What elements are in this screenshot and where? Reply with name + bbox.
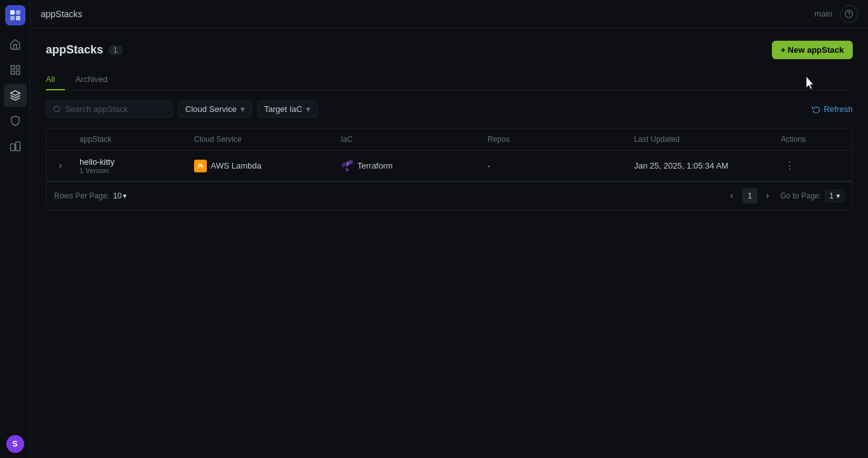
table-header: appStack Cloud Service IaC Repos Last Up…	[46, 128, 852, 151]
tab-bar: All Archived	[46, 69, 853, 90]
current-page: 1	[742, 188, 757, 204]
goto-page: Go to Page: 1 ▾	[780, 190, 844, 202]
sidebar-item-appstacks[interactable]	[4, 84, 27, 107]
row-expand-cell	[54, 160, 80, 172]
refresh-button[interactable]: Refresh	[812, 104, 853, 114]
chevron-down-icon-goto: ▾	[836, 191, 840, 200]
appstacks-table: appStack Cloud Service IaC Repos Last Up…	[46, 128, 853, 211]
pagination: Rows Per Page: 10 ▾ 1	[46, 181, 852, 210]
row-last-updated-cell: Jan 25, 2025, 1:05:34 AM	[634, 161, 781, 170]
rows-per-page-select[interactable]: 10 ▾	[113, 191, 127, 200]
sidebar-item-home[interactable]	[4, 33, 27, 56]
help-button[interactable]	[840, 5, 858, 23]
stack-name: hello-kitty	[80, 157, 194, 167]
prev-page-button[interactable]	[724, 188, 739, 204]
svg-point-13	[54, 106, 60, 112]
svg-rect-7	[16, 71, 19, 74]
rows-per-page-label: Rows Per Page:	[54, 191, 109, 200]
iac-name: Terraform	[358, 161, 393, 170]
col-repos: Repos	[487, 135, 634, 144]
svg-rect-10	[15, 142, 20, 151]
svg-rect-6	[11, 71, 14, 74]
chevron-down-icon: ▾	[241, 104, 245, 114]
col-cloud-service: Cloud Service	[194, 135, 341, 144]
target-iac-filter[interactable]: Target IaC ▾	[257, 101, 318, 118]
tab-all[interactable]: All	[46, 69, 65, 90]
col-iac: IaC	[341, 135, 488, 144]
new-appstack-button[interactable]: + New appStack	[772, 41, 853, 59]
svg-marker-18	[342, 162, 345, 168]
goto-page-label: Go to Page:	[780, 191, 821, 200]
topbar-title: appStacks	[41, 9, 807, 19]
svg-rect-1	[16, 10, 20, 15]
search-input[interactable]	[65, 104, 166, 114]
goto-page-select[interactable]: 1 ▾	[825, 190, 844, 202]
svg-marker-19	[346, 167, 349, 172]
row-actions-cell: ⋮	[781, 158, 844, 173]
toolbar: Cloud Service ▾ Target IaC ▾ Refresh	[46, 101, 853, 118]
row-actions-button[interactable]: ⋮	[781, 158, 799, 173]
svg-rect-0	[10, 10, 15, 15]
svg-rect-2	[10, 16, 15, 20]
cloud-service-filter-label: Cloud Service	[185, 104, 237, 114]
page-title: appStacks	[46, 43, 103, 57]
aws-lambda-icon	[194, 160, 207, 172]
expand-button[interactable]	[54, 160, 67, 172]
terraform-icon	[341, 160, 354, 172]
rows-per-page: Rows Per Page: 10 ▾	[54, 191, 127, 200]
next-page-button[interactable]	[760, 188, 775, 204]
svg-line-14	[59, 111, 60, 112]
cloud-service-name: AWS Lambda	[211, 161, 262, 170]
svg-marker-16	[346, 160, 349, 167]
row-iac-cell: Terraform	[341, 160, 488, 172]
sidebar: S	[0, 0, 31, 458]
stack-count-badge: 1	[108, 45, 123, 55]
svg-marker-17	[349, 160, 353, 165]
sidebar-item-security[interactable]	[4, 109, 27, 132]
page-title-row: appStacks 1	[46, 43, 123, 57]
chevron-down-icon-2: ▾	[306, 104, 311, 114]
col-last-updated: Last Updated	[634, 135, 781, 144]
chevron-down-icon-rows: ▾	[123, 191, 127, 200]
cloud-service-filter[interactable]: Cloud Service ▾	[178, 101, 252, 118]
tab-archived[interactable]: Archived	[65, 69, 118, 90]
svg-rect-5	[16, 66, 19, 69]
rows-per-page-value: 10	[113, 191, 122, 200]
page-nav: 1	[724, 188, 775, 204]
stack-version: 1 Version	[80, 167, 194, 174]
svg-rect-9	[10, 144, 15, 151]
main-content: appStacks main appStacks 1 + New appStac…	[31, 0, 868, 458]
col-actions: Actions	[781, 135, 844, 144]
table-row: hello-kitty 1 Version AWS Lambda	[46, 151, 852, 181]
topbar-user: main	[815, 9, 832, 18]
page-body: appStacks 1 + New appStack All Archived	[31, 28, 868, 458]
topbar: appStacks main	[31, 0, 868, 28]
row-name-cell: hello-kitty 1 Version	[80, 157, 194, 174]
user-avatar[interactable]: S	[6, 435, 24, 453]
col-appstack: appStack	[80, 135, 194, 144]
svg-rect-4	[11, 66, 14, 69]
svg-rect-3	[16, 16, 20, 20]
svg-marker-8	[10, 91, 20, 96]
app-logo[interactable]	[5, 5, 25, 25]
row-repos-cell: -	[487, 161, 634, 170]
row-cloud-service-cell: AWS Lambda	[194, 160, 341, 172]
sidebar-item-dashboard[interactable]	[4, 59, 27, 81]
search-icon	[53, 105, 61, 113]
page-header: appStacks 1 + New appStack	[46, 41, 853, 59]
sidebar-item-organization[interactable]	[4, 135, 27, 158]
search-box	[46, 101, 173, 118]
col-expand	[54, 135, 80, 144]
refresh-label: Refresh	[823, 104, 853, 114]
target-iac-filter-label: Target IaC	[264, 104, 302, 114]
goto-page-value: 1	[829, 191, 834, 200]
